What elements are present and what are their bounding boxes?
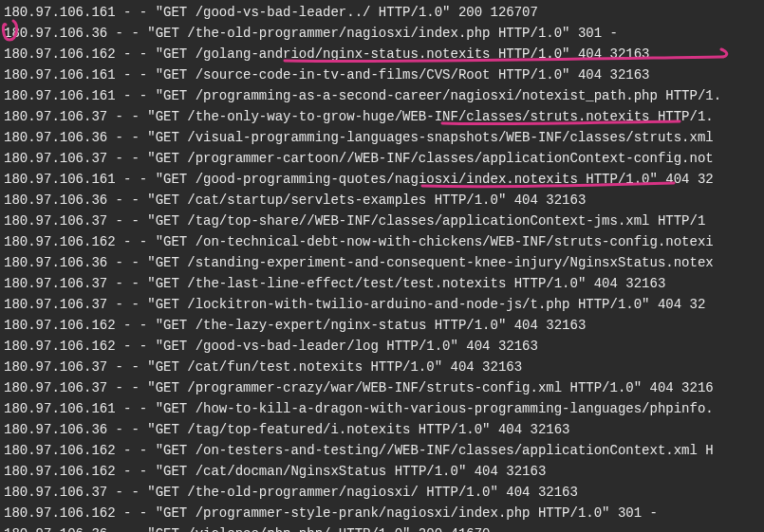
log-ip: 180.97.106.162: [4, 464, 116, 479]
log-line: 180.97.106.161 - - "GET /source-code-in-…: [4, 64, 760, 85]
log-ip: 180.97.106.161: [4, 401, 116, 416]
log-path: /tag/top-featured/i.notexits HTTP/1.0" 4…: [187, 422, 569, 437]
log-ip: 180.97.106.161: [4, 5, 116, 20]
log-prefix: - - "GET: [107, 297, 187, 312]
log-ip: 180.97.106.162: [4, 234, 116, 249]
log-prefix: - - "GET: [107, 422, 187, 437]
log-path: /on-technical-debt-now-with-chickens/WEB…: [196, 234, 714, 249]
log-path: /standing-experiment-and-consequent-knee…: [187, 255, 714, 270]
log-ip: 180.97.106.37: [4, 359, 107, 375]
log-line: 180.97.106.37 - - "GET /the-last-line-ef…: [4, 273, 760, 294]
log-ip: 180.97.106.37: [4, 297, 107, 312]
log-prefix: - - "GET: [107, 109, 187, 124]
log-prefix: - - "GET: [107, 276, 187, 291]
log-line: 180.97.106.36 - - "GET /visual-programmi…: [4, 127, 760, 148]
log-path: /how-to-kill-a-dragon-with-various-progr…: [196, 401, 714, 416]
log-ip: 180.97.106.161: [4, 172, 116, 187]
log-path: /programmer-crazy/war/WEB-INF/struts-con…: [187, 380, 714, 395]
log-prefix: - - "GET: [107, 26, 187, 41]
log-line: 180.97.106.162 - - "GET /golang-andriod/…: [4, 44, 760, 64]
log-prefix: - - "GET: [116, 67, 196, 83]
log-prefix: - - "GET: [116, 5, 196, 20]
log-path: /programming-as-a-second-career/nagiosxi…: [196, 88, 722, 103]
log-line: 180.97.106.161 - - "GET /good-programmin…: [4, 169, 760, 190]
log-ip: 180.97.106.37: [4, 380, 107, 395]
log-line: 180.97.106.37 - - "GET /lockitron-with-t…: [4, 294, 760, 315]
log-line: 180.97.106.36 - - "GET /tag/top-featured…: [4, 419, 760, 440]
log-ip: 180.97.106.162: [4, 339, 116, 354]
log-prefix: - - "GET: [107, 380, 187, 395]
log-prefix: - - "GET: [107, 213, 187, 229]
log-prefix: - - "GET: [107, 255, 187, 270]
log-path: /programmer-style-prank/nagiosxi/index.p…: [196, 505, 658, 521]
log-ip: 180.97.106.37: [4, 151, 107, 166]
log-ip: 180.97.106.161: [4, 67, 116, 83]
log-path: /good-vs-bad-leader/log HTTP/1.0" 404 32…: [196, 339, 538, 354]
log-path: /source-code-in-tv-and-films/CVS/Root HT…: [196, 67, 650, 83]
log-ip: 180.97.106.161: [4, 88, 116, 103]
log-prefix: - - "GET: [116, 505, 196, 521]
log-prefix: - - "GET: [116, 172, 196, 187]
log-path: /the-lazy-expert/nginx-status HTTP/1.0" …: [196, 318, 587, 333]
log-ip: 180.97.106.37: [4, 213, 107, 229]
log-prefix: - - "GET: [116, 443, 196, 458]
log-line: 180.97.106.37 - - "GET /programmer-carto…: [4, 148, 760, 169]
log-prefix: - - "GET: [107, 130, 187, 145]
log-prefix: - - "GET: [116, 88, 196, 103]
log-line: 180.97.106.162 - - "GET /on-testers-and-…: [4, 440, 760, 461]
log-prefix: - - "GET: [107, 151, 187, 166]
log-prefix: - - "GET: [116, 464, 196, 479]
log-ip: 180.97.106.162: [4, 46, 116, 62]
log-line: 180.97.106.37 - - "GET /tag/top-share//W…: [4, 211, 760, 231]
log-path: /programmer-cartoon//WEB-INF/classes/app…: [187, 151, 714, 166]
log-line: 180.97.106.162 - - "GET /the-lazy-expert…: [4, 315, 760, 336]
log-ip: 180.97.106.36: [4, 130, 107, 145]
log-line: 180.97.106.36 - - "GET /cat/startup/serv…: [4, 190, 760, 211]
log-path: /the-only-way-to-grow-huge/WEB-INF/class…: [187, 109, 714, 124]
log-line: 180.97.106.161 - - "GET /good-vs-bad-lea…: [4, 2, 760, 23]
log-line: 180.97.106.162 - - "GET /programmer-styl…: [4, 503, 760, 523]
log-path: /the-last-line-effect/test/test.notexits…: [187, 276, 665, 291]
log-path: /cat/startup/servlets-examples HTTP/1.0"…: [187, 193, 586, 208]
log-ip: 180.97.106.36: [4, 193, 107, 208]
log-ip: 180.97.106.37: [4, 109, 107, 124]
log-line: 180.97.106.36 - - "GET /the-old-programm…: [4, 23, 760, 44]
log-prefix: - - "GET: [116, 339, 196, 354]
log-line: 180.97.106.161 - - "GET /programming-as-…: [4, 85, 760, 106]
log-path: /tag/top-share//WEB-INF/classes/applicat…: [187, 213, 705, 229]
log-path: /cat/fun/test.notexits HTTP/1.0" 404 321…: [187, 359, 522, 375]
log-path: /lockitron-with-twilio-arduino-and-node-…: [187, 297, 705, 312]
log-path: /the-old-programmer/nagiosxi/index.php H…: [187, 26, 618, 41]
log-ip: 180.97.106.37: [4, 276, 107, 291]
log-path: /good-programming-quotes/nagiosxi/index.…: [196, 172, 714, 187]
log-ip: 180.97.106.36: [4, 26, 107, 41]
log-ip: 180.97.106.36: [4, 255, 107, 270]
log-prefix: - - "GET: [116, 401, 196, 416]
log-prefix: - - "GET: [107, 359, 187, 375]
log-prefix: - - "GET: [107, 485, 187, 500]
log-path: /cat/docman/NginsxStatus HTTP/1.0" 404 3…: [196, 464, 547, 479]
log-line: 180.97.106.37 - - "GET /the-only-way-to-…: [4, 106, 760, 127]
log-prefix: - - "GET: [116, 234, 196, 249]
log-path: /golang-andriod/nginx-status.notexits HT…: [196, 46, 650, 62]
log-line: 180.97.106.162 - - "GET /good-vs-bad-lea…: [4, 336, 760, 357]
log-ip: 180.97.106.37: [4, 485, 107, 500]
log-prefix: - - "GET: [116, 46, 196, 62]
terminal-log-view[interactable]: 180.97.106.161 - - "GET /good-vs-bad-lea…: [0, 0, 764, 532]
log-ip: 180.97.106.36: [4, 422, 107, 437]
log-path: /violence/php.php/ HTTP/1.0" 200 41670: [187, 526, 490, 532]
log-line: 180.97.106.162 - - "GET /cat/docman/Ngin…: [4, 461, 760, 482]
log-line: 180.97.106.36 - - "GET /violence/php.php…: [4, 523, 760, 532]
log-line: 180.97.106.37 - - "GET /programmer-crazy…: [4, 377, 760, 398]
log-line: 180.97.106.36 - - "GET /standing-experim…: [4, 252, 760, 273]
log-ip: 180.97.106.36: [4, 526, 107, 532]
log-line: 180.97.106.162 - - "GET /on-technical-de…: [4, 231, 760, 252]
log-ip: 180.97.106.162: [4, 318, 116, 333]
log-path: /on-testers-and-testing//WEB-INF/classes…: [196, 443, 714, 458]
log-line: 180.97.106.161 - - "GET /how-to-kill-a-d…: [4, 398, 760, 419]
log-path: /visual-programming-languages-snapshots/…: [187, 130, 714, 145]
log-prefix: - - "GET: [107, 193, 187, 208]
log-path: /the-old-programmer/nagiosxi/ HTTP/1.0" …: [187, 485, 578, 500]
log-ip: 180.97.106.162: [4, 505, 116, 521]
log-line: 180.97.106.37 - - "GET /cat/fun/test.not…: [4, 357, 760, 377]
